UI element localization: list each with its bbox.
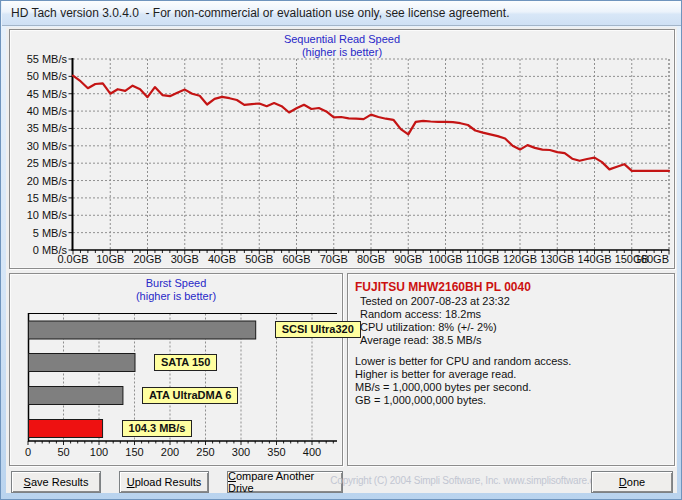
window-title: HD Tach version 3.0.4.0 - For non-commer…: [11, 6, 509, 20]
sequential-read-chart-title: Sequential Read Speed (higher is better): [10, 33, 674, 59]
upload-results-button[interactable]: Upload Results: [119, 471, 209, 493]
drive-name: FUJITSU MHW2160BH PL 0040: [355, 280, 531, 294]
note-line: Lower is better for CPU and random acces…: [355, 355, 571, 368]
button-label: Upload Results: [127, 476, 202, 488]
done-button[interactable]: Done: [591, 471, 673, 493]
window-titlebar: HD Tach version 3.0.4.0 - For non-commer…: [2, 1, 682, 26]
compare-another-drive-button[interactable]: Compare Another Drive: [227, 471, 343, 493]
chart-subtitle-text: (higher is better): [10, 46, 674, 59]
burst-speed-chart-title: Burst Speed (higher is better): [10, 277, 342, 303]
save-results-button[interactable]: Save Results: [11, 471, 101, 493]
chart-title-text: Burst Speed: [10, 277, 342, 290]
copyright-text: Copyright (C) 2004 Simpli Software, Inc.…: [339, 475, 599, 486]
tested-on-line: Tested on 2007-08-23 at 23:32: [360, 295, 510, 308]
chart-subtitle-text: (higher is better): [10, 290, 342, 303]
button-label: Save Results: [24, 476, 89, 488]
random-access-line: Random access: 18.2ms: [360, 308, 481, 321]
sequential-read-panel: Sequential Read Speed (higher is better): [9, 29, 675, 269]
cpu-utilization-line: CPU utilization: 8% (+/- 2%): [360, 321, 497, 334]
note-line: MB/s = 1,000,000 bytes per second.: [355, 381, 531, 394]
average-read-line: Average read: 38.5 MB/s: [360, 334, 481, 347]
button-label: Compare Another Drive: [228, 470, 342, 494]
chart-title-text: Sequential Read Speed: [10, 33, 674, 46]
note-line: GB = 1,000,000,000 bytes.: [355, 394, 486, 407]
button-label: Done: [619, 476, 645, 488]
drive-info-panel: FUJITSU MHW2160BH PL 0040 Tested on 2007…: [347, 273, 675, 466]
app-window: HD Tach version 3.0.4.0 - For non-commer…: [0, 0, 682, 500]
burst-speed-panel: Burst Speed (higher is better): [9, 273, 343, 466]
note-line: Higher is better for average read.: [355, 368, 516, 381]
